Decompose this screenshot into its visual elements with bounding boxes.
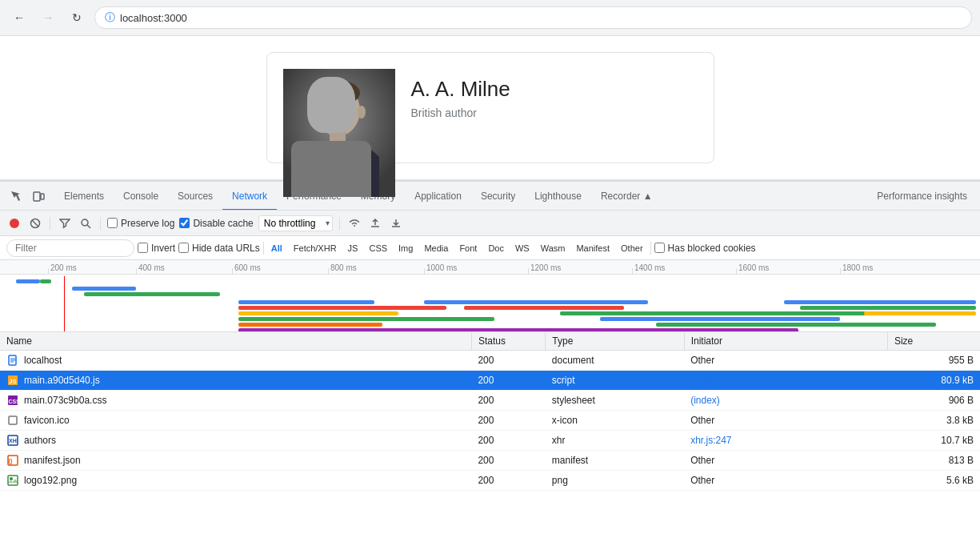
address-bar[interactable]: ⓘ localhost:3000 (94, 6, 972, 29)
ruler-tick-800: 800 ms (328, 260, 357, 275)
initiator-link[interactable]: (index) (690, 375, 720, 386)
table-row[interactable]: XHauthors200xhrxhr.js:24710.7 kB (0, 431, 980, 451)
ruler-tick-1800: 1800 ms (840, 260, 873, 275)
file-icon-doc (6, 354, 19, 367)
filter-type-other[interactable]: Other (617, 242, 647, 255)
filter-button[interactable] (57, 215, 73, 231)
toolbar-sep-3 (339, 217, 340, 230)
timeline-bar-12 (424, 300, 648, 304)
tab-recorder[interactable]: Recorder ▲ (591, 182, 662, 211)
svg-line-13 (32, 220, 38, 227)
svg-rect-10 (41, 194, 44, 199)
invert-label[interactable]: Invert (138, 243, 175, 254)
svg-point-4 (315, 80, 360, 106)
filter-type-ws[interactable]: WS (511, 242, 534, 255)
timeline-ruler: 200 ms 400 ms 600 ms 800 ms 1000 ms 1200… (0, 260, 980, 275)
download-icon[interactable] (388, 215, 404, 231)
table-row[interactable]: localhost200documentOther955 B (0, 351, 980, 371)
file-icon-js: JS (6, 374, 19, 387)
preserve-log-checkbox[interactable] (107, 218, 118, 228)
forward-button[interactable]: → (37, 6, 59, 29)
tab-lighthouse[interactable]: Lighthouse (525, 182, 591, 211)
table-row[interactable]: favicon.ico200x-iconOther3.8 kB (0, 411, 980, 431)
timeline-bar-18 (800, 306, 976, 310)
tab-network[interactable]: Network (222, 182, 277, 211)
tab-elements[interactable]: Elements (54, 182, 114, 211)
timeline-bar-10 (238, 328, 798, 332)
timeline-bar-13 (464, 306, 624, 310)
filter-type-js[interactable]: JS (344, 242, 362, 255)
filter-type-img[interactable]: Img (394, 242, 417, 255)
clear-button[interactable] (27, 215, 43, 231)
disable-cache-label[interactable]: Disable cache (179, 218, 253, 229)
svg-point-6 (342, 106, 349, 111)
timeline-bar-14 (560, 311, 880, 315)
table-header: Name Status Type Initiator Size (0, 332, 980, 351)
svg-text:CSS: CSS (9, 399, 19, 404)
search-button[interactable] (78, 215, 94, 231)
filter-type-font[interactable]: Font (455, 242, 481, 255)
filter-type-wasm[interactable]: Wasm (537, 242, 570, 255)
timeline-bar-3 (72, 287, 136, 291)
table-row[interactable]: JSmain.a90d5d40.js200script(index)80.9 k… (0, 371, 980, 391)
tab-security[interactable]: Security (471, 182, 525, 211)
tab-sources[interactable]: Sources (168, 182, 222, 211)
col-header-type: Type (546, 332, 684, 351)
initiator-link[interactable]: xhr.js:247 (690, 435, 731, 446)
person-desc: British author (411, 106, 510, 119)
filter-type-manifest[interactable]: Manifest (572, 242, 614, 255)
tab-console[interactable]: Console (114, 182, 168, 211)
upload-icon[interactable] (367, 215, 383, 231)
timeline-bar-19 (864, 311, 976, 315)
devtools-panel: Elements Console Sources Network Perform… (0, 180, 980, 538)
has-blocked-checkbox[interactable] (654, 243, 665, 253)
file-icon-xhr: XH (6, 434, 19, 447)
table-row[interactable]: logo192.png200pngOther5.6 kB (0, 471, 980, 491)
svg-point-11 (10, 219, 19, 228)
device-toolbar-button[interactable] (29, 187, 48, 206)
ruler-tick-1000: 1000 ms (424, 260, 457, 275)
svg-line-15 (87, 225, 90, 228)
filter-type-doc[interactable]: Doc (484, 242, 508, 255)
col-header-initiator: Initiator (684, 332, 887, 351)
col-header-status: Status (471, 332, 545, 351)
svg-point-14 (82, 219, 88, 226)
file-icon-ico (6, 414, 19, 427)
timeline-bar-17 (784, 300, 976, 304)
disable-cache-checkbox[interactable] (179, 218, 190, 228)
initiator-link[interactable]: (index) (690, 395, 720, 406)
table-row[interactable]: {}manifest.json200manifestOther813 B (0, 451, 980, 471)
svg-point-5 (326, 106, 333, 111)
toolbar-sep-2 (100, 217, 101, 230)
tab-application[interactable]: Application (405, 182, 471, 211)
reload-button[interactable]: ↻ (66, 6, 88, 29)
filter-type-css[interactable]: CSS (365, 242, 391, 255)
filter-input[interactable] (6, 239, 134, 257)
throttle-select[interactable]: No throttling (258, 215, 333, 231)
record-button[interactable] (6, 215, 22, 231)
file-icon-png (6, 474, 19, 487)
filter-type-all[interactable]: All (267, 242, 286, 255)
has-blocked-label[interactable]: Has blocked cookies (654, 243, 756, 254)
filter-type-fetch-xhr[interactable]: Fetch/XHR (290, 242, 341, 255)
info-icon: ⓘ (105, 10, 115, 25)
table-row[interactable]: CSSmain.073c9b0a.css200stylesheet(index)… (0, 391, 980, 411)
preserve-log-label[interactable]: Preserve log (107, 218, 174, 229)
timeline-area[interactable]: 200 ms 400 ms 600 ms 800 ms 1000 ms 1200… (0, 260, 980, 332)
invert-checkbox[interactable] (138, 243, 148, 253)
person-photo (283, 69, 395, 197)
filter-type-media[interactable]: Media (420, 242, 452, 255)
tab-perf-insights[interactable]: Performance insights (870, 182, 974, 211)
timeline-bar-6 (238, 306, 446, 310)
hide-data-urls-label[interactable]: Hide data URLs (178, 243, 260, 254)
wifi-icon[interactable] (346, 215, 362, 231)
back-button[interactable]: ← (8, 6, 30, 29)
throttle-wrapper: No throttling (258, 215, 333, 231)
hide-data-urls-checkbox[interactable] (178, 243, 189, 253)
col-header-name: Name (0, 332, 471, 351)
toolbar-sep-1 (50, 217, 50, 230)
inspect-element-button[interactable] (6, 187, 26, 206)
file-icon-json: {} (6, 454, 19, 467)
timeline-bar-5 (238, 300, 374, 304)
network-toolbar: Preserve log Disable cache No throttling (0, 211, 980, 236)
